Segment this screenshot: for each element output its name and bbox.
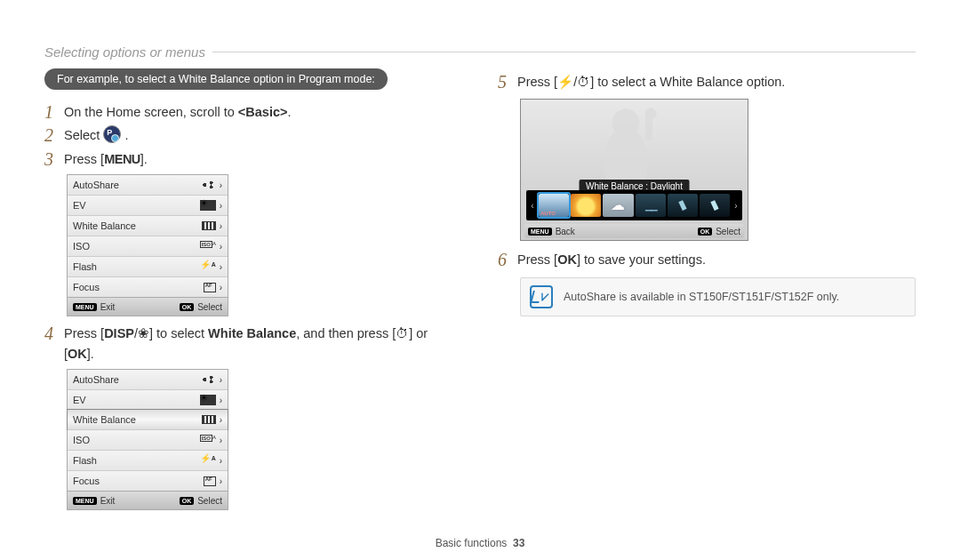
menu-tag: MENU bbox=[73, 497, 97, 505]
step-number: 2 bbox=[44, 125, 64, 145]
timer-nav-icon bbox=[577, 75, 590, 89]
wb-footer: MENUBack OKSelect bbox=[524, 224, 744, 238]
menu-row-autoshare: AutoShare› bbox=[68, 370, 228, 389]
menu-row-ev: EV› bbox=[68, 195, 228, 215]
text: ] to save your settings. bbox=[577, 252, 706, 267]
basic-label: <Basic> bbox=[238, 105, 288, 119]
wb-icon bbox=[202, 415, 216, 424]
step-number: 5 bbox=[498, 72, 517, 92]
text: Select bbox=[64, 128, 103, 142]
flash-icon bbox=[200, 261, 216, 272]
wb-swatch-fluorescent-h bbox=[636, 194, 666, 217]
text: ]. bbox=[87, 347, 94, 361]
wb-swatch-cloudy bbox=[603, 194, 633, 217]
footer-section: Basic functions bbox=[436, 537, 508, 549]
camera-menu-screenshot-1: AutoShare› EV› White Balance› ISO› Flash… bbox=[67, 174, 228, 316]
focus-icon bbox=[204, 476, 216, 486]
text: On the Home screen, scroll to bbox=[64, 105, 238, 119]
disp-button-label: DISP bbox=[104, 326, 134, 340]
menu-row-focus: Focus› bbox=[68, 276, 228, 297]
focus-icon bbox=[204, 283, 216, 292]
menu-row-focus: Focus› bbox=[68, 470, 228, 491]
iso-icon bbox=[200, 435, 216, 445]
silhouette-graphic bbox=[599, 105, 670, 185]
menu-row-wb: White Balance› bbox=[68, 215, 228, 236]
step-number: 1 bbox=[44, 102, 64, 122]
ok-tag: OK bbox=[180, 303, 195, 311]
flash-nav-icon bbox=[557, 75, 573, 89]
text: . bbox=[287, 105, 291, 119]
ok-tag: OK bbox=[180, 497, 195, 505]
header-title: Selecting options or menus bbox=[44, 44, 205, 60]
iso-icon bbox=[200, 241, 216, 252]
left-column: For example, to select a White Balance o… bbox=[44, 68, 462, 517]
wb-swatch-daylight bbox=[571, 194, 601, 217]
page-footer: Basic functions 33 bbox=[0, 537, 960, 549]
menu-footer: MENUExit OKSelect bbox=[68, 297, 228, 316]
step-number: 6 bbox=[498, 250, 517, 269]
wb-swatch-fluorescent-l bbox=[668, 194, 698, 217]
ok-tag: OK bbox=[698, 228, 713, 236]
menu-row-wb-selected: White Balance› bbox=[67, 409, 228, 430]
text: Press [ bbox=[64, 326, 104, 340]
autoshare-icon bbox=[200, 180, 216, 190]
menu-tag: MENU bbox=[73, 303, 97, 311]
note-text: AutoShare is available in ST150F/ST151F/… bbox=[564, 291, 839, 303]
page-header: Selecting options or menus bbox=[44, 44, 916, 60]
wb-nav-right-icon: › bbox=[732, 201, 740, 211]
macro-icon bbox=[138, 326, 149, 340]
right-column: 5 Press [/] to select a White Balance op… bbox=[498, 68, 916, 517]
menu-row-flash: Flash› bbox=[68, 450, 228, 470]
note-icon bbox=[530, 285, 553, 308]
page-number: 33 bbox=[513, 537, 524, 549]
text: , and then press [ bbox=[296, 326, 396, 340]
step-4: 4 Press [DISP/] to select White Balance,… bbox=[44, 324, 462, 364]
text: Press [ bbox=[517, 252, 557, 267]
menu-row-ev: EV› bbox=[68, 389, 228, 410]
wb-swatch-auto bbox=[539, 194, 569, 217]
text: ]. bbox=[140, 152, 148, 166]
select-label: Select bbox=[716, 227, 740, 236]
wb-preview-screenshot: White Balance : Daylight ‹ › MENUBack OK… bbox=[520, 99, 748, 241]
wb-label: White Balance bbox=[208, 326, 296, 340]
flash-icon bbox=[200, 455, 216, 466]
ev-icon bbox=[200, 395, 216, 405]
wb-icon bbox=[202, 221, 216, 230]
wb-nav-left-icon: ‹ bbox=[528, 201, 537, 211]
text: Press [ bbox=[517, 75, 557, 89]
note-box: AutoShare is available in ST150F/ST151F/… bbox=[520, 277, 916, 316]
step-1: 1 On the Home screen, scroll to <Basic>. bbox=[44, 102, 462, 122]
back-label: Back bbox=[556, 227, 575, 236]
step-number: 4 bbox=[44, 324, 64, 343]
menu-tag: MENU bbox=[528, 228, 552, 236]
text: ] or bbox=[409, 326, 428, 340]
text: . bbox=[124, 128, 128, 142]
step-6: 6 Press [OK] to save your settings. bbox=[498, 250, 916, 269]
exit-label: Exit bbox=[100, 496, 116, 506]
ok-button-label: OK bbox=[557, 252, 577, 267]
mode-p-icon bbox=[103, 125, 121, 143]
text: ] to select bbox=[149, 326, 208, 340]
camera-menu-screenshot-2: AutoShare› EV› White Balance› ISO› Flash… bbox=[67, 369, 228, 510]
example-pill: For example, to select a White Balance o… bbox=[44, 68, 388, 90]
menu-row-iso: ISO› bbox=[68, 236, 228, 256]
step-3: 3 Press [MENU]. bbox=[44, 149, 462, 169]
menu-row-autoshare: AutoShare› bbox=[68, 175, 228, 195]
menu-button-label: MENU bbox=[104, 152, 140, 166]
timer-icon bbox=[396, 326, 409, 340]
header-rule bbox=[212, 52, 916, 52]
menu-row-flash: Flash› bbox=[68, 256, 228, 276]
menu-footer: MENUExit OKSelect bbox=[68, 491, 228, 509]
text: Press [ bbox=[64, 152, 104, 166]
menu-row-iso: ISO› bbox=[68, 429, 228, 450]
text: ] to select a White Balance option. bbox=[590, 75, 785, 89]
wb-options-strip: ‹ › bbox=[526, 190, 742, 220]
select-label: Select bbox=[197, 496, 222, 506]
step-5: 5 Press [/] to select a White Balance op… bbox=[498, 72, 916, 92]
select-label: Select bbox=[197, 302, 222, 312]
ok-button-label: OK bbox=[68, 347, 87, 361]
exit-label: Exit bbox=[100, 302, 116, 312]
step-number: 3 bbox=[44, 149, 64, 169]
ev-icon bbox=[200, 200, 216, 211]
autoshare-icon bbox=[200, 374, 216, 385]
